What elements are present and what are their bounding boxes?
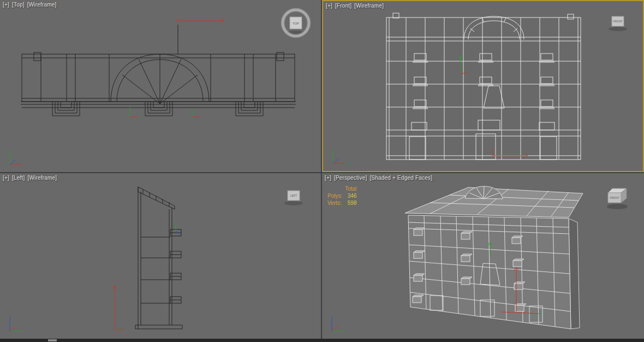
viewcube-left-face-label[interactable]: LEFT bbox=[290, 194, 297, 197]
viewport-shading-button[interactable]: [Shaded + Edged Faces] bbox=[369, 175, 432, 181]
viewport-view-button[interactable]: [Top] bbox=[12, 2, 25, 8]
viewport-front[interactable]: [+] [Front] [Wireframe] bbox=[322, 0, 644, 172]
viewport-menu-button[interactable]: [+] bbox=[326, 3, 332, 9]
viewport-perspective[interactable]: [+] [Perspective] [Shaded + Edged Faces]… bbox=[322, 173, 644, 339]
viewport-shading-button[interactable]: [Wireframe] bbox=[354, 3, 384, 9]
viewport-menu-button[interactable]: [+] bbox=[325, 175, 331, 181]
viewport-view-button[interactable]: [Front] bbox=[335, 3, 351, 9]
status-strip bbox=[0, 339, 644, 342]
viewport-left[interactable]: [+] [Left] [Wireframe] bbox=[0, 173, 321, 339]
viewport-left-label: [+] [Left] [Wireframe] bbox=[3, 175, 58, 181]
scrollbar-handle[interactable] bbox=[48, 339, 57, 341]
axis-tripod-icon bbox=[3, 145, 27, 169]
statistics-overlay: Total Polys: 346 Verts: 598 bbox=[327, 185, 356, 207]
viewport-top[interactable]: [+] [Top] [Wireframe] bbox=[0, 0, 321, 172]
front-view-wireframe bbox=[323, 1, 643, 171]
viewport-top-label: [+] [Top] [Wireframe] bbox=[3, 2, 58, 8]
viewcube-perspective-face-label[interactable]: FRONT bbox=[610, 196, 619, 199]
perspective-view-shaded-model bbox=[322, 173, 644, 339]
axis-tripod-icon bbox=[325, 311, 349, 335]
viewcube-front[interactable]: FRONT bbox=[606, 13, 630, 32]
viewport-menu-button[interactable]: [+] bbox=[3, 2, 9, 8]
viewcube-front-face-label[interactable]: FRONT bbox=[613, 20, 622, 23]
viewport-shading-button[interactable]: [Wireframe] bbox=[27, 2, 57, 8]
viewport-menu-button[interactable]: [+] bbox=[3, 175, 9, 181]
viewport-view-button[interactable]: [Left] bbox=[12, 175, 25, 181]
viewcube-top-face-label[interactable]: TOP bbox=[293, 22, 299, 25]
viewcube-perspective[interactable]: FRONT bbox=[604, 186, 631, 210]
axis-tripod-icon bbox=[326, 144, 350, 168]
viewport-perspective-label: [+] [Perspective] [Shaded + Edged Faces] bbox=[325, 175, 433, 181]
viewport-front-label: [+] [Front] [Wireframe] bbox=[326, 3, 385, 9]
stats-total-header: Total bbox=[345, 185, 356, 192]
viewport-shading-button[interactable]: [Wireframe] bbox=[27, 175, 57, 181]
left-view-wireframe bbox=[0, 173, 321, 339]
viewport-view-button[interactable]: [Perspective] bbox=[334, 175, 367, 181]
top-view-wireframe bbox=[0, 0, 321, 172]
stats-polys-row: Polys: 346 bbox=[327, 192, 356, 199]
stats-verts-row: Verts: 598 bbox=[327, 199, 356, 207]
viewcube-left[interactable]: LEFT bbox=[282, 187, 306, 206]
axis-tripod-icon bbox=[3, 311, 27, 335]
viewcube-top[interactable]: TOP bbox=[281, 8, 311, 38]
